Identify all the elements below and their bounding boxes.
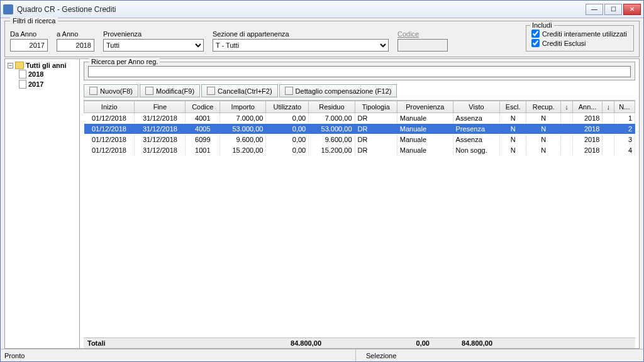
a-anno-input[interactable]: [57, 39, 94, 52]
da-anno-input[interactable]: [10, 39, 48, 52]
cell-tip: DR: [355, 134, 397, 145]
cell-importo: 15.200,00: [220, 145, 266, 156]
cell-n: 1: [614, 113, 635, 124]
totals-util: 0,00: [321, 339, 430, 347]
col-header[interactable]: Ann...: [572, 101, 602, 113]
cell-inizio: 01/12/2018: [84, 145, 135, 156]
provenienza-select[interactable]: Tutti: [103, 39, 204, 52]
close-button[interactable]: ✕: [623, 4, 641, 15]
dettaglio-button[interactable]: Dettaglio compensazione (F12): [279, 84, 397, 97]
cell-resid: 15.200,00: [309, 145, 355, 156]
sezione-label: Sezione di appartenenza: [213, 30, 389, 38]
cell-anno: 2018: [572, 134, 602, 145]
totals-importo: 84.800,00: [226, 339, 321, 347]
search-input[interactable]: [88, 66, 631, 77]
da-anno-label: Da Anno: [10, 30, 48, 38]
cell-fine: 31/12/2018: [135, 134, 186, 145]
tree-item-2017[interactable]: 2017: [19, 79, 77, 89]
status-selezione: Selezione: [355, 349, 406, 361]
col-header[interactable]: Provenienza: [397, 101, 453, 113]
cell-tip: DR: [355, 145, 397, 156]
cell-codice: 1001: [186, 145, 220, 156]
cell-escl: N: [500, 145, 526, 156]
data-grid[interactable]: InizioFineCodiceImportoUtilizzatoResiduo…: [84, 100, 635, 337]
col-header[interactable]: Visto: [453, 101, 500, 113]
cell-tip: DR: [355, 113, 397, 124]
cell-util: 0,00: [266, 113, 309, 124]
col-header[interactable]: Utilizzato: [266, 101, 309, 113]
col-header[interactable]: ↓: [602, 101, 614, 113]
window-title: Quadro CR - Gestione Crediti: [17, 5, 586, 14]
cell-a1: [561, 113, 572, 124]
crediti-utilizzati-checkbox[interactable]: [531, 30, 540, 38]
col-header[interactable]: Inizio: [84, 101, 135, 113]
titlebar: Quadro CR - Gestione Crediti — ☐ ✕: [1, 1, 643, 18]
a-anno-label: a Anno: [57, 30, 94, 38]
cancella-button[interactable]: Cancella(Ctrl+F2): [201, 84, 278, 97]
maximize-button[interactable]: ☐: [604, 4, 622, 15]
crediti-esclusi-checkbox[interactable]: [531, 39, 540, 47]
table-row[interactable]: 01/12/201831/12/2018100115.200,000,0015.…: [84, 145, 635, 156]
cell-visto: Assenza: [453, 134, 500, 145]
cell-a1: [561, 124, 572, 134]
document-icon: [19, 70, 26, 79]
cell-fine: 31/12/2018: [135, 124, 186, 134]
tree-item-2018[interactable]: 2018: [19, 69, 77, 79]
modifica-button[interactable]: Modifica(F9): [140, 84, 200, 97]
minimize-button[interactable]: —: [586, 4, 603, 15]
cell-recup: N: [526, 113, 560, 124]
tree-collapse-icon[interactable]: −: [8, 63, 13, 69]
codice-label: Codice: [397, 30, 448, 38]
table-row[interactable]: 01/12/201831/12/2018400553.000,000,0053.…: [84, 124, 635, 134]
main-panel: Ricerca per Anno reg. Nuovo(F8) Modifica…: [80, 58, 640, 349]
totals-resid: 84.800,00: [430, 339, 492, 347]
cell-importo: 9.600,00: [220, 134, 266, 145]
cell-tip: DR: [355, 124, 397, 134]
cell-a2: [602, 124, 614, 134]
search-group: Ricerca per Anno reg.: [84, 62, 635, 80]
cell-n: 4: [614, 145, 635, 156]
col-header[interactable]: Codice: [186, 101, 220, 113]
new-icon: [89, 87, 97, 95]
search-legend: Ricerca per Anno reg.: [89, 58, 160, 65]
tree-sidebar: − Tutti gli anni 2018 2017: [4, 58, 80, 349]
col-header[interactable]: Tipologia: [355, 101, 397, 113]
col-header[interactable]: ↓: [561, 101, 572, 113]
col-header[interactable]: Importo: [220, 101, 266, 113]
col-header[interactable]: Recup.: [526, 101, 560, 113]
includi-group: Includi Crediti interamente utilizzati C…: [526, 25, 634, 52]
cell-prov: Manuale: [397, 124, 453, 134]
table-row[interactable]: 01/12/201831/12/201860999.600,000,009.60…: [84, 134, 635, 145]
toolbar: Nuovo(F8) Modifica(F9) Cancella(Ctrl+F2)…: [80, 83, 639, 100]
sezione-select[interactable]: T - Tutti: [213, 39, 389, 52]
codice-input[interactable]: [397, 39, 448, 52]
totals-label: Totali: [87, 339, 226, 347]
cell-a1: [561, 134, 572, 145]
app-icon: [3, 4, 13, 14]
delete-icon: [207, 87, 215, 95]
table-row[interactable]: 01/12/201831/12/201840017.000,000,007.00…: [84, 113, 635, 124]
col-header[interactable]: Fine: [135, 101, 186, 113]
cell-inizio: 01/12/2018: [84, 113, 135, 124]
col-header[interactable]: Residuo: [309, 101, 355, 113]
document-icon: [19, 80, 26, 89]
edit-icon: [145, 87, 153, 95]
cell-resid: 7.000,00: [309, 113, 355, 124]
cell-a2: [602, 113, 614, 124]
cell-fine: 31/12/2018: [135, 113, 186, 124]
cell-codice: 6099: [186, 134, 220, 145]
cell-visto: Presenza: [453, 124, 500, 134]
tree-root-label[interactable]: Tutti gli anni: [26, 62, 67, 69]
cell-visto: Non sogg.: [453, 145, 500, 156]
cell-resid: 53.000,00: [309, 124, 355, 134]
col-header[interactable]: Escl.: [500, 101, 526, 113]
cell-util: 0,00: [266, 145, 309, 156]
col-header[interactable]: N...: [614, 101, 635, 113]
folder-icon: [15, 62, 24, 69]
nuovo-button[interactable]: Nuovo(F8): [84, 84, 138, 97]
filters-legend: Filtri di ricerca: [10, 17, 58, 25]
cell-a2: [602, 134, 614, 145]
cell-recup: N: [526, 145, 560, 156]
filters-group: Filtri di ricerca Da Anno a Anno Proveni…: [4, 21, 640, 57]
crediti-esclusi-label: Crediti Esclusi: [542, 40, 586, 47]
